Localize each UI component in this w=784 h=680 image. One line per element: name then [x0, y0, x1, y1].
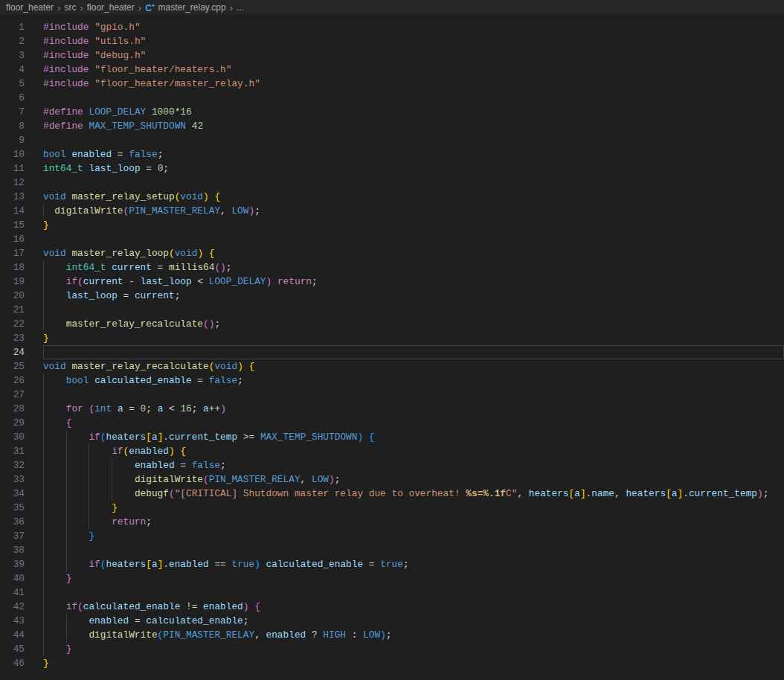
line-number[interactable]: 1	[0, 20, 25, 34]
line-number[interactable]: 10	[0, 147, 25, 161]
code-line[interactable]: 40 }	[0, 571, 784, 586]
line-number[interactable]: 38	[0, 543, 25, 557]
line-number[interactable]: 39	[0, 557, 25, 571]
code-line[interactable]: 10bool enabled = false;	[0, 147, 784, 161]
code-line[interactable]: 7#define LOOP_DELAY 1000*16	[0, 105, 784, 119]
line-number[interactable]: 12	[0, 176, 25, 190]
code-line-content[interactable]: return;	[43, 515, 784, 529]
breadcrumb-item-src[interactable]: src	[64, 2, 76, 13]
code-line-content[interactable]: bool calculated_enable = false;	[43, 373, 784, 388]
code-line[interactable]: 30 if(heaters[a].current_temp >= MAX_TEM…	[0, 430, 784, 444]
code-editor[interactable]: 1#include "gpio.h"2#include "utils.h"3#i…	[0, 15, 784, 670]
code-line[interactable]: 5#include "floor_heater/master_relay.h"	[0, 77, 784, 91]
code-line[interactable]: 19 if(current - last_loop < LOOP_DELAY) …	[0, 275, 784, 289]
line-number[interactable]: 32	[0, 458, 25, 472]
code-line-content[interactable]	[43, 133, 784, 147]
code-line[interactable]: 38	[0, 543, 784, 557]
code-line[interactable]: 13void master_relay_setup(void) {	[0, 190, 784, 204]
code-line[interactable]: 35 }	[0, 501, 784, 515]
line-number[interactable]: 7	[0, 105, 25, 119]
line-number[interactable]: 15	[0, 218, 25, 232]
breadcrumb-item-subfolder[interactable]: floor_heater	[87, 2, 135, 13]
line-number[interactable]: 37	[0, 529, 25, 543]
code-line[interactable]: 31 if(enabled) {	[0, 444, 784, 458]
code-line-content[interactable]: #include "debug.h"	[43, 48, 784, 62]
code-line-content[interactable]	[43, 232, 784, 246]
code-line-content[interactable]: digitalWrite(PIN_MASTER_RELAY, LOW);	[43, 472, 784, 487]
code-line[interactable]: 33 digitalWrite(PIN_MASTER_RELAY, LOW);	[0, 472, 784, 487]
code-line-content[interactable]: }	[43, 642, 784, 656]
code-line[interactable]: 12	[0, 176, 784, 190]
code-line[interactable]: 2#include "utils.h"	[0, 34, 784, 48]
line-number[interactable]: 3	[0, 48, 25, 62]
code-line-content[interactable]: bool enabled = false;	[43, 147, 784, 161]
line-number[interactable]: 8	[0, 119, 25, 133]
line-number[interactable]: 18	[0, 260, 25, 275]
line-number[interactable]: 9	[0, 133, 25, 147]
code-line-content[interactable]	[43, 388, 784, 402]
code-line-content[interactable]: enabled = calculated_enable;	[43, 614, 784, 628]
code-line-content[interactable]: }	[43, 529, 784, 543]
code-line-content[interactable]: debugf("[CRITICAL] Shutdown master relay…	[43, 487, 784, 501]
line-number[interactable]: 44	[0, 628, 25, 642]
code-line-content[interactable]	[43, 303, 784, 317]
breadcrumb-item-file[interactable]: master_relay.cpp	[158, 2, 225, 13]
line-number[interactable]: 16	[0, 232, 25, 246]
code-line-content[interactable]: #include "utils.h"	[43, 34, 784, 48]
code-line[interactable]: 32 enabled = false;	[0, 458, 784, 472]
code-line[interactable]: 26 bool calculated_enable = false;	[0, 373, 784, 388]
line-number[interactable]: 35	[0, 501, 25, 515]
code-line[interactable]: 15}	[0, 218, 784, 232]
code-line[interactable]: 14 digitalWrite(PIN_MASTER_RELAY, LOW);	[0, 204, 784, 218]
code-line-content[interactable]: int64_t current = millis64();	[43, 260, 784, 275]
line-number[interactable]: 25	[0, 359, 25, 373]
code-line[interactable]: 28 for (int a = 0; a < 16; a++)	[0, 402, 784, 416]
code-line-content-active[interactable]	[43, 345, 784, 359]
code-line-content[interactable]: if(heaters[a].enabled == true) calculate…	[43, 557, 784, 571]
code-line-content[interactable]: int64_t last_loop = 0;	[43, 161, 784, 176]
line-number[interactable]: 45	[0, 642, 25, 656]
code-line-content[interactable]: for (int a = 0; a < 16; a++)	[43, 402, 784, 416]
code-line[interactable]: 45 }	[0, 642, 784, 656]
code-line-content[interactable]: if(calculated_enable != enabled) {	[43, 600, 784, 614]
code-line[interactable]: 46}	[0, 656, 784, 670]
code-line[interactable]: 25void master_relay_recalculate(void) {	[0, 359, 784, 373]
line-number[interactable]: 5	[0, 77, 25, 91]
line-number[interactable]: 27	[0, 388, 25, 402]
code-line[interactable]: 18 int64_t current = millis64();	[0, 260, 784, 275]
code-line-content[interactable]: digitalWrite(PIN_MASTER_RELAY, enabled ?…	[43, 628, 784, 642]
code-line[interactable]: 27	[0, 388, 784, 402]
code-line[interactable]: 24	[0, 345, 784, 359]
line-number[interactable]: 4	[0, 62, 25, 77]
line-number[interactable]: 29	[0, 416, 25, 430]
line-number[interactable]: 23	[0, 331, 25, 345]
line-number[interactable]: 33	[0, 472, 25, 487]
code-line-content[interactable]	[43, 91, 784, 105]
line-number[interactable]: 46	[0, 656, 25, 670]
line-number[interactable]: 17	[0, 246, 25, 260]
code-line-content[interactable]: #include "floor_heater/master_relay.h"	[43, 77, 784, 91]
code-line[interactable]: 4#include "floor_heater/heaters.h"	[0, 62, 784, 77]
code-line[interactable]: 39 if(heaters[a].enabled == true) calcul…	[0, 557, 784, 571]
code-line-content[interactable]: }	[43, 501, 784, 515]
code-line[interactable]: 20 last_loop = current;	[0, 289, 784, 303]
line-number[interactable]: 6	[0, 91, 25, 105]
code-line[interactable]: 11int64_t last_loop = 0;	[0, 161, 784, 176]
breadcrumb-item-symbol[interactable]: ...	[237, 2, 244, 13]
code-line[interactable]: 6	[0, 91, 784, 105]
code-line-content[interactable]: if(enabled) {	[43, 444, 784, 458]
line-number[interactable]: 42	[0, 600, 25, 614]
code-line-content[interactable]: }	[43, 331, 784, 345]
code-line[interactable]: 23}	[0, 331, 784, 345]
line-number[interactable]: 36	[0, 515, 25, 529]
code-line-content[interactable]: void master_relay_loop(void) {	[43, 246, 784, 260]
code-line-content[interactable]: }	[43, 218, 784, 232]
line-number[interactable]: 24	[0, 345, 25, 359]
code-line[interactable]: 1#include "gpio.h"	[0, 20, 784, 34]
line-number[interactable]: 13	[0, 190, 25, 204]
code-line-content[interactable]: }	[43, 656, 784, 670]
line-number[interactable]: 19	[0, 275, 25, 289]
code-line-content[interactable]: {	[43, 416, 784, 430]
code-line[interactable]: 3#include "debug.h"	[0, 48, 784, 62]
line-number[interactable]: 2	[0, 34, 25, 48]
